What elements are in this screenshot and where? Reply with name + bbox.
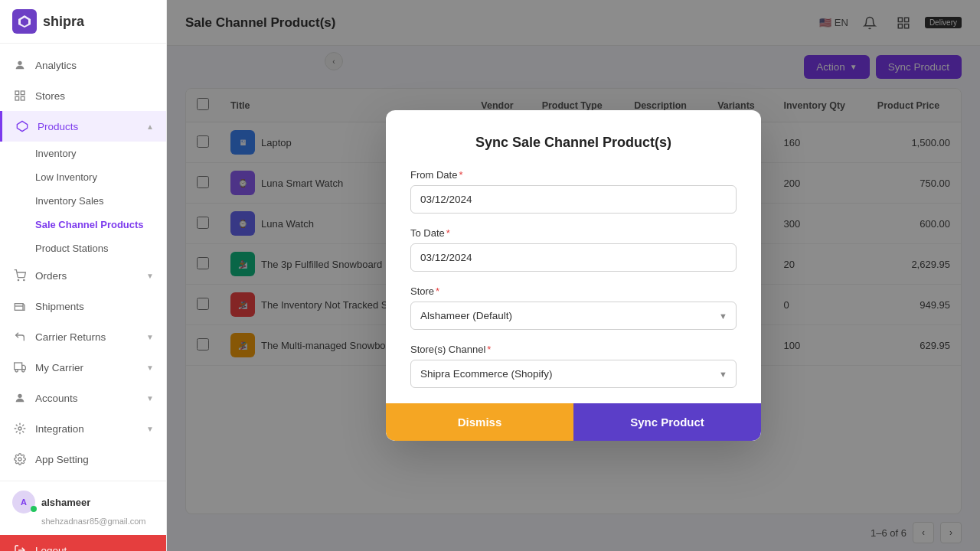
integration-label: Integration: [35, 423, 146, 435]
orders-label: Orders: [35, 270, 146, 282]
stores-label: Stores: [35, 90, 154, 102]
low-inventory-label: Low Inventory: [35, 171, 97, 183]
carrier-returns-chevron-icon: ▼: [146, 333, 154, 341]
sidebar-subitem-inventory-sales[interactable]: Inventory Sales: [0, 189, 166, 213]
logout-label: Logout: [35, 545, 67, 552]
to-date-required: *: [446, 227, 450, 239]
svg-rect-12: [15, 363, 22, 370]
svg-point-13: [15, 370, 18, 372]
person-icon: [12, 57, 28, 73]
shipments-label: Shipments: [35, 301, 154, 312]
to-date-input[interactable]: [410, 243, 737, 272]
sidebar: shipra Analytics Stores Products ▲ Inven…: [0, 0, 167, 551]
sidebar-nav: Analytics Stores Products ▲ Inventory Lo…: [0, 44, 166, 481]
inventory-label: Inventory: [35, 148, 76, 159]
svg-rect-5: [15, 96, 19, 100]
sidebar-subitem-sale-channel-products[interactable]: Sale Channel Products: [0, 213, 166, 236]
channel-select[interactable]: Shipra Ecommerce (Shopify): [410, 360, 737, 388]
my-carrier-chevron-icon: ▼: [146, 364, 154, 372]
carrier-returns-icon: [12, 329, 28, 344]
store-label: Store *: [410, 285, 737, 297]
svg-rect-4: [21, 91, 24, 95]
dismiss-button[interactable]: Dismiss: [386, 403, 573, 441]
logo-icon: [12, 9, 37, 34]
svg-point-9: [24, 279, 24, 280]
modal-sync-button[interactable]: Sync Product: [573, 403, 761, 441]
svg-marker-7: [17, 121, 27, 131]
accounts-icon: [12, 390, 28, 406]
store-required: *: [436, 285, 439, 297]
svg-point-8: [18, 279, 18, 280]
user-info: A alshameer: [12, 491, 154, 514]
sale-channel-products-label: Sale Channel Products: [35, 219, 144, 230]
svg-point-14: [22, 370, 24, 372]
logout-button[interactable]: Logout: [0, 535, 166, 551]
channel-select-wrapper: Shipra Ecommerce (Shopify) ▼: [410, 360, 737, 388]
modal-title: Sync Sale Channel Product(s): [410, 135, 737, 151]
sidebar-item-shipments[interactable]: Shipments: [0, 291, 166, 321]
orders-chevron-icon: ▼: [146, 272, 154, 280]
integration-icon: [12, 421, 28, 436]
svg-rect-6: [21, 96, 24, 100]
products-icon: [15, 119, 30, 134]
online-status-dot: [31, 506, 37, 512]
sidebar-item-products[interactable]: Products ▲: [0, 111, 166, 142]
store-select[interactable]: Alshameer (Default): [410, 302, 737, 330]
stores-icon: [12, 88, 28, 103]
inventory-sales-label: Inventory Sales: [35, 195, 104, 207]
svg-point-2: [18, 61, 21, 65]
svg-rect-10: [15, 304, 23, 311]
to-date-label: To Date *: [410, 227, 737, 239]
modal-footer: Dismiss Sync Product: [386, 403, 761, 441]
sidebar-subitem-inventory[interactable]: Inventory: [0, 142, 166, 165]
sidebar-item-carrier-returns[interactable]: Carrier Returns ▼: [0, 321, 166, 352]
logout-icon: [12, 543, 28, 551]
analytics-label: Analytics: [35, 60, 154, 71]
my-carrier-label: My Carrier: [35, 362, 146, 373]
sidebar-subitem-product-stations[interactable]: Product Stations: [0, 236, 166, 260]
store-group: Store * Alshameer (Default) ▼: [410, 285, 737, 330]
svg-point-16: [18, 427, 21, 430]
integration-chevron-icon: ▼: [146, 425, 154, 433]
sidebar-item-analytics[interactable]: Analytics: [0, 50, 166, 80]
sidebar-item-app-setting[interactable]: App Setting: [0, 444, 166, 474]
products-label: Products: [38, 121, 146, 132]
product-stations-label: Product Stations: [35, 243, 108, 254]
sync-modal: Sync Sale Channel Product(s) From Date *…: [386, 110, 761, 441]
from-date-label: From Date *: [410, 169, 737, 181]
modal-overlay[interactable]: Sync Sale Channel Product(s) From Date *…: [167, 0, 980, 551]
shipments-icon: [12, 298, 28, 314]
main-content: ‹ Sale Channel Product(s) 🇺🇸 EN Delivery…: [167, 0, 980, 551]
logo-text: shipra: [43, 14, 84, 30]
sidebar-item-my-carrier[interactable]: My Carrier ▼: [0, 352, 166, 383]
sidebar-item-integration[interactable]: Integration ▼: [0, 413, 166, 444]
products-chevron-icon: ▲: [146, 122, 154, 131]
channel-label: Store(s) Channel *: [410, 344, 737, 355]
app-setting-icon: [12, 452, 28, 467]
svg-rect-3: [15, 91, 19, 95]
accounts-label: Accounts: [35, 393, 146, 404]
from-date-input[interactable]: [410, 185, 737, 214]
accounts-chevron-icon: ▼: [146, 394, 154, 403]
sidebar-logo: shipra: [0, 0, 166, 44]
orders-icon: [12, 268, 28, 283]
app-setting-label: App Setting: [35, 454, 154, 465]
from-date-group: From Date *: [410, 169, 737, 214]
channel-group: Store(s) Channel * Shipra Ecommerce (Sho…: [410, 344, 737, 388]
from-date-required: *: [459, 169, 462, 181]
user-email: shehzadnasr85@gmail.com: [12, 517, 154, 526]
sidebar-subitem-low-inventory[interactable]: Low Inventory: [0, 165, 166, 189]
my-carrier-icon: [12, 360, 28, 375]
to-date-group: To Date *: [410, 227, 737, 272]
sidebar-item-accounts[interactable]: Accounts ▼: [0, 383, 166, 413]
channel-required: *: [487, 344, 491, 355]
store-select-wrapper: Alshameer (Default) ▼: [410, 302, 737, 330]
svg-point-17: [18, 458, 21, 461]
svg-point-15: [18, 394, 21, 398]
user-name: alshameer: [41, 497, 90, 508]
carrier-returns-label: Carrier Returns: [35, 331, 146, 343]
sidebar-item-stores[interactable]: Stores: [0, 80, 166, 111]
sidebar-item-orders[interactable]: Orders ▼: [0, 260, 166, 291]
sidebar-footer: A alshameer shehzadnasr85@gmail.com: [0, 481, 166, 535]
